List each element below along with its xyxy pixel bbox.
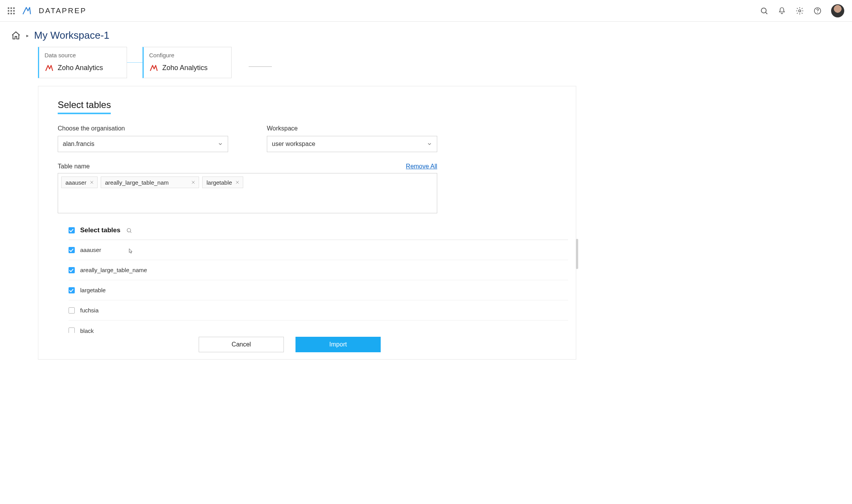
row-label: aaauser: [80, 247, 101, 253]
zoho-analytics-icon: [45, 63, 54, 72]
import-button[interactable]: Import: [295, 337, 381, 352]
table-row[interactable]: largetable: [69, 280, 568, 300]
table-row[interactable]: aaauser: [69, 240, 568, 260]
breadcrumb: ▸ My Workspace-1: [0, 22, 852, 47]
close-icon[interactable]: [191, 180, 196, 185]
step-label: Data source: [45, 52, 121, 58]
zoho-analytics-icon: [149, 63, 158, 72]
apps-grid-icon[interactable]: [8, 7, 15, 14]
app-header: DATAPREP: [0, 0, 852, 22]
step-pending-line: [249, 66, 272, 67]
step-name: Zoho Analytics: [58, 64, 103, 72]
table-tag: aaauser: [61, 177, 98, 188]
list-title: Select tables: [80, 226, 120, 234]
home-icon[interactable]: [11, 31, 21, 41]
svg-point-0: [761, 8, 766, 13]
action-buttons: Cancel Import: [23, 333, 557, 359]
step-cards: Data source Zoho Analytics Configure Zoh…: [0, 47, 852, 86]
table-row[interactable]: fuchsia: [69, 300, 568, 321]
chevron-down-icon: [427, 141, 432, 147]
header-left: DATAPREP: [8, 6, 87, 16]
row-checkbox[interactable]: [69, 327, 75, 333]
app-title: DATAPREP: [39, 7, 87, 15]
row-label: largetable: [80, 287, 106, 293]
table-tag: largetable: [202, 177, 243, 188]
organisation-value: alan.francis: [63, 141, 94, 147]
list-body[interactable]: aaauser areally_large_table_name largeta…: [69, 240, 568, 333]
table-row[interactable]: areally_large_table_name: [69, 260, 568, 280]
row-checkbox[interactable]: [69, 307, 75, 314]
tablename-header-row: Table name Remove All: [58, 163, 437, 170]
cancel-button[interactable]: Cancel: [199, 337, 284, 352]
tag-label: largetable: [206, 179, 232, 186]
cursor-pointer-icon: [127, 248, 134, 255]
header-right: [760, 4, 844, 17]
svg-line-6: [130, 231, 131, 233]
dataprep-logo-icon: [22, 6, 32, 16]
row-label: black: [80, 327, 94, 333]
table-row[interactable]: black: [69, 321, 568, 333]
step-connector: [127, 62, 143, 63]
step-configure[interactable]: Configure Zoho Analytics: [143, 47, 232, 78]
step-name: Zoho Analytics: [162, 64, 208, 72]
breadcrumb-title[interactable]: My Workspace-1: [34, 29, 110, 41]
row-checkbox[interactable]: [69, 247, 75, 253]
select-tables-list: Select tables aaauser areally_large_tabl…: [69, 226, 568, 333]
search-icon[interactable]: [126, 227, 132, 234]
tag-label: areally_large_table_nam: [105, 179, 168, 186]
svg-point-4: [817, 12, 818, 13]
svg-point-5: [127, 228, 131, 232]
close-icon[interactable]: [89, 180, 94, 185]
select-all-checkbox[interactable]: [69, 227, 75, 233]
row-label: fuchsia: [80, 307, 99, 314]
svg-point-2: [799, 10, 801, 12]
scrollbar-thumb[interactable]: [576, 239, 578, 269]
form-row: Choose the organisation alan.francis Wor…: [58, 125, 557, 152]
workspace-value: user workspace: [272, 141, 315, 147]
row-checkbox[interactable]: [69, 267, 75, 273]
breadcrumb-separator-icon: ▸: [26, 33, 29, 38]
gear-icon[interactable]: [795, 7, 804, 15]
step-data-source[interactable]: Data source Zoho Analytics: [38, 47, 127, 78]
table-tag: areally_large_table_nam: [101, 177, 199, 188]
tablename-tag-input[interactable]: aaauser areally_large_table_nam largetab…: [58, 173, 437, 213]
help-icon[interactable]: [813, 7, 822, 15]
panel-title: Select tables: [58, 99, 111, 114]
chevron-down-icon: [218, 141, 223, 147]
remove-all-link[interactable]: Remove All: [406, 163, 437, 170]
svg-line-1: [766, 12, 767, 14]
workspace-field: Workspace user workspace: [267, 125, 437, 152]
workspace-select[interactable]: user workspace: [267, 136, 437, 152]
close-icon[interactable]: [235, 180, 240, 185]
workspace-label: Workspace: [267, 125, 437, 132]
tag-label: aaauser: [65, 179, 86, 186]
tablename-label: Table name: [58, 163, 90, 170]
list-header: Select tables: [69, 226, 568, 240]
select-tables-panel: Select tables Choose the organisation al…: [38, 86, 576, 360]
row-checkbox[interactable]: [69, 287, 75, 293]
avatar[interactable]: [831, 4, 844, 17]
organisation-select[interactable]: alan.francis: [58, 136, 228, 152]
organisation-label: Choose the organisation: [58, 125, 228, 132]
organisation-field: Choose the organisation alan.francis: [58, 125, 228, 152]
row-label: areally_large_table_name: [80, 267, 147, 273]
search-icon[interactable]: [760, 7, 768, 15]
step-label: Configure: [149, 52, 226, 58]
bell-icon[interactable]: [778, 7, 786, 15]
